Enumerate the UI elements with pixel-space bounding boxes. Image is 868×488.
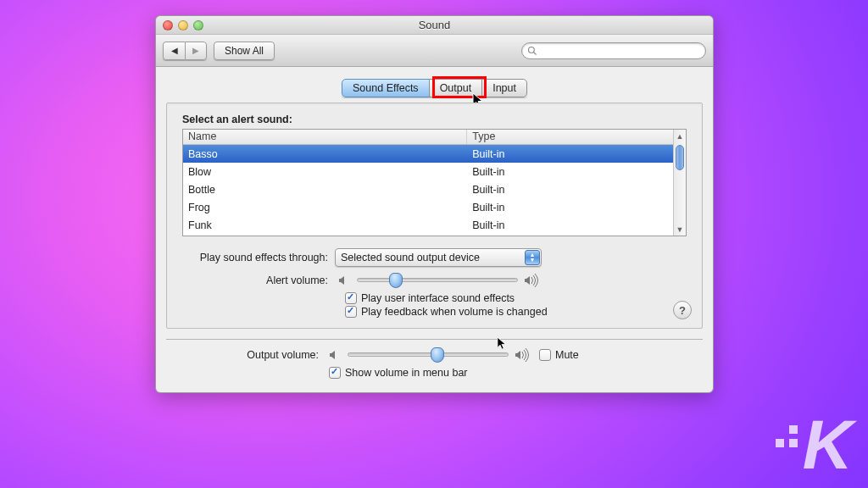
slider-knob[interactable]: [389, 273, 403, 288]
window-title: Sound: [156, 19, 713, 31]
popup-stepper-icon: ▲▼: [525, 250, 540, 265]
alert-sound-list[interactable]: Name Type Basso Built-in Blow Built-in B…: [182, 129, 687, 236]
watermark-logo: K: [776, 417, 849, 473]
popup-value: Selected sound output device: [341, 252, 480, 263]
titlebar[interactable]: Sound: [156, 16, 713, 35]
svg-line-1: [534, 52, 537, 54]
tab-input[interactable]: Input: [481, 79, 527, 97]
output-volume-area: Output volume: Mute Show volume in menu …: [166, 348, 703, 379]
close-icon[interactable]: [163, 20, 173, 30]
alert-volume-slider[interactable]: [357, 274, 518, 287]
tab-sound-effects[interactable]: Sound Effects: [342, 79, 430, 97]
zoom-icon[interactable]: [193, 20, 203, 30]
volume-feedback-label: Play feedback when volume is changed: [361, 306, 548, 318]
back-button[interactable]: ◀: [163, 42, 185, 60]
list-item[interactable]: Bottle Built-in: [183, 180, 673, 198]
help-button[interactable]: ?: [673, 301, 692, 319]
list-item[interactable]: Basso Built-in: [183, 145, 673, 163]
ui-sound-effects-label: Play user interface sound effects: [361, 292, 515, 304]
col-type[interactable]: Type: [467, 130, 673, 144]
slider-knob[interactable]: [431, 347, 444, 363]
alert-volume-label: Alert volume:: [182, 274, 335, 286]
forward-button[interactable]: ▶: [185, 42, 207, 60]
sound-preferences-window: Sound ◀ ▶ Show All Sound Effects Output …: [155, 15, 714, 393]
search-icon: [527, 46, 537, 56]
scrollbar[interactable]: ▲ ▼: [673, 130, 686, 236]
ui-sound-effects-checkbox[interactable]: [345, 292, 357, 304]
minimize-icon[interactable]: [178, 20, 188, 30]
divider: [166, 339, 703, 340]
toolbar: ◀ ▶ Show All: [156, 35, 713, 67]
mute-checkbox[interactable]: [539, 349, 551, 361]
output-volume-label: Output volume:: [166, 349, 326, 361]
speaker-high-icon: [523, 274, 540, 287]
list-item[interactable]: Frog Built-in: [183, 198, 673, 216]
scroll-thumb[interactable]: [676, 145, 684, 170]
alert-sound-heading: Select an alert sound:: [182, 114, 687, 125]
col-name[interactable]: Name: [183, 130, 467, 144]
search-input[interactable]: [541, 45, 700, 57]
show-volume-menubar-checkbox[interactable]: [329, 367, 341, 379]
nav-buttons: ◀ ▶: [163, 42, 207, 60]
tab-output[interactable]: Output: [429, 79, 483, 97]
mute-label: Mute: [555, 349, 579, 361]
show-volume-menubar-label: Show volume in menu bar: [345, 367, 468, 379]
sound-effects-panel: Select an alert sound: Name Type Basso B…: [166, 103, 703, 329]
volume-feedback-checkbox[interactable]: [345, 306, 357, 318]
tab-bar: Sound Effects Output Input: [166, 79, 703, 97]
traffic-lights: [156, 20, 203, 30]
scroll-down-icon[interactable]: ▼: [674, 223, 686, 236]
play-through-label: Play sound effects through:: [182, 252, 335, 263]
list-item[interactable]: Blow Built-in: [183, 163, 673, 180]
speaker-low-icon: [335, 274, 352, 286]
output-device-popup[interactable]: Selected sound output device ▲▼: [335, 248, 542, 267]
output-volume-slider[interactable]: [348, 348, 509, 362]
search-field[interactable]: [521, 42, 706, 59]
content: Sound Effects Output Input Select an ale…: [156, 67, 713, 392]
scroll-up-icon[interactable]: ▲: [674, 130, 686, 142]
list-header: Name Type: [183, 130, 673, 145]
speaker-high-icon: [514, 348, 531, 362]
list-item[interactable]: Funk Built-in: [183, 216, 673, 234]
speaker-low-icon: [326, 349, 342, 361]
show-all-button[interactable]: Show All: [214, 42, 275, 60]
svg-point-0: [529, 47, 535, 53]
